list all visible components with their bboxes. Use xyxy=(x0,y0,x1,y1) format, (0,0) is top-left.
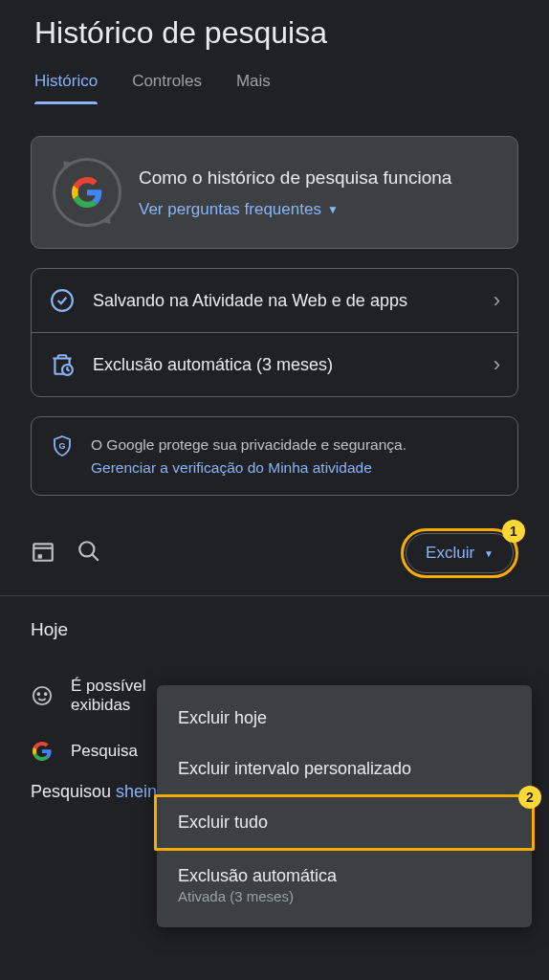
setting-text: Exclusão automática (3 meses) xyxy=(93,353,476,376)
menu-item-auto-delete[interactable]: Exclusão automática Ativada (3 meses) xyxy=(157,851,532,920)
svg-point-0 xyxy=(52,290,73,311)
svg-text:G: G xyxy=(58,441,65,451)
history-text: Pesquisa xyxy=(71,742,138,761)
info-card-link[interactable]: Ver perguntas frequentes ▼ xyxy=(139,200,496,219)
svg-point-8 xyxy=(45,694,47,696)
menu-item-subtext: Ativada (3 meses) xyxy=(178,888,511,904)
tab-more[interactable]: Mais xyxy=(236,58,271,104)
tab-controls[interactable]: Controles xyxy=(132,58,202,104)
search-icon[interactable] xyxy=(77,539,101,568)
page-title: Histórico de pesquisa xyxy=(0,0,549,58)
svg-point-5 xyxy=(79,543,94,557)
refresh-google-icon xyxy=(53,158,121,227)
auto-delete-icon xyxy=(49,352,76,377)
annotation-badge-2: 2 xyxy=(518,786,541,809)
privacy-link[interactable]: Gerenciar a verificação do Minha ativida… xyxy=(91,457,406,479)
setting-text: Salvando na Atividade na Web e de apps xyxy=(93,289,476,312)
svg-rect-3 xyxy=(33,545,53,561)
smiley-icon xyxy=(31,685,54,706)
menu-item-delete-all[interactable]: Excluir tudo 2 xyxy=(154,794,535,851)
section-header-today: Hoje xyxy=(0,596,549,663)
history-toolbar: Excluir ▼ 1 xyxy=(0,515,549,591)
tab-history[interactable]: Histórico xyxy=(34,58,98,104)
tabs: Histórico Controles Mais xyxy=(0,58,549,105)
history-text: É possível exibidas xyxy=(71,677,145,715)
setting-auto-delete[interactable]: Exclusão automática (3 meses) › xyxy=(32,333,517,396)
shield-icon: G xyxy=(49,434,76,457)
chevron-right-icon: › xyxy=(494,288,500,313)
svg-point-7 xyxy=(37,694,39,696)
info-card[interactable]: Como o histórico de pesquisa funciona Ve… xyxy=(31,136,518,249)
calendar-icon[interactable] xyxy=(31,539,55,568)
delete-button[interactable]: Excluir ▼ xyxy=(406,533,514,573)
search-prefix: Pesquisou xyxy=(31,782,116,801)
menu-item-delete-today[interactable]: Excluir hoje xyxy=(157,693,532,744)
settings-card: Salvando na Atividade na Web e de apps ›… xyxy=(31,268,518,397)
privacy-text: O Google protege sua privacidade e segur… xyxy=(91,436,406,453)
menu-item-delete-custom[interactable]: Excluir intervalo personalizado xyxy=(157,744,532,794)
dropdown-arrow-icon: ▼ xyxy=(327,203,339,216)
info-card-title: Como o histórico de pesquisa funciona xyxy=(139,166,496,190)
setting-web-activity[interactable]: Salvando na Atividade na Web e de apps › xyxy=(32,269,517,333)
chevron-right-icon: › xyxy=(494,352,500,377)
privacy-card[interactable]: G O Google protege sua privacidade e seg… xyxy=(31,416,518,496)
annotation-badge-1: 1 xyxy=(502,520,525,543)
svg-rect-4 xyxy=(38,555,42,559)
delete-dropdown-menu: Excluir hoje Excluir intervalo personali… xyxy=(157,685,532,927)
svg-point-6 xyxy=(33,687,51,704)
dropdown-arrow-icon: ▼ xyxy=(484,548,494,559)
delete-button-highlight: Excluir ▼ 1 xyxy=(401,528,518,578)
google-icon xyxy=(31,742,54,761)
checkmark-circle-icon xyxy=(49,288,76,313)
search-term: shein xyxy=(116,782,157,801)
